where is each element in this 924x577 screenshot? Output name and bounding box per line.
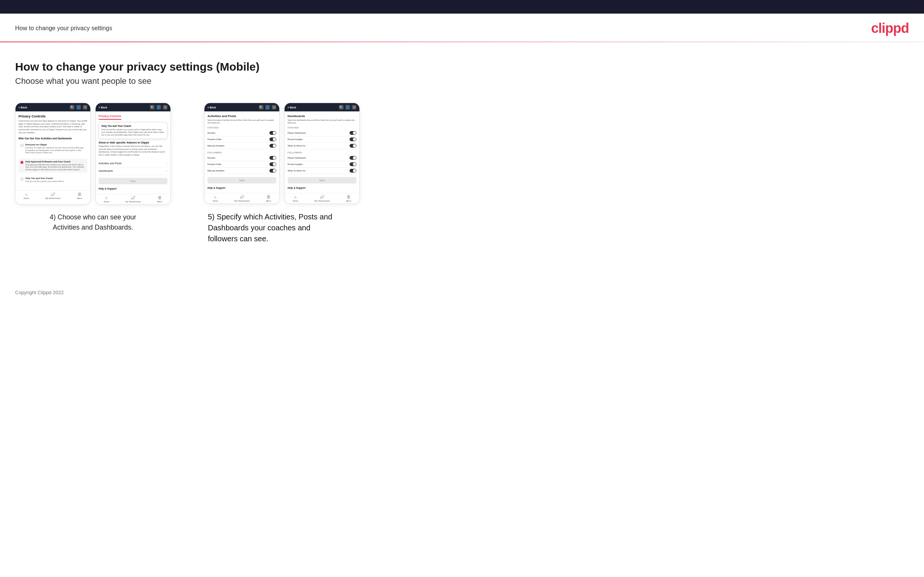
- footer: Copyright Clippd 2022: [0, 282, 924, 303]
- toggle-coaches-practice[interactable]: Practice Drills: [207, 136, 276, 143]
- toggle-coaches-rounds-label: Rounds: [207, 132, 215, 134]
- toggle-dash-followers-player-label: Player Dashboard: [288, 157, 306, 159]
- screen2-back[interactable]: < Back: [99, 106, 107, 109]
- nav-menu-4[interactable]: ☰ Menu: [346, 195, 351, 202]
- settings-icon-4[interactable]: ⚙: [352, 105, 356, 110]
- toggle-coaches-manual-switch[interactable]: [270, 144, 276, 148]
- toggle-dash-followers-work[interactable]: What To Work On: [288, 168, 356, 174]
- search-icon[interactable]: 🔍: [70, 105, 74, 110]
- nav-performance-label-2: My Performance: [126, 200, 141, 203]
- screen2-phone: < Back 🔍 👤 ⚙ Privacy Controls Only You a…: [95, 103, 171, 205]
- screen4-back[interactable]: < Back: [288, 106, 296, 109]
- nav-home-2[interactable]: ⌂ Home: [104, 196, 110, 203]
- radio-only-you[interactable]: Only You and Your Coach Only you and the…: [18, 175, 87, 185]
- screen3-icons: 🔍 👤 ⚙: [259, 105, 276, 110]
- nav-menu-3[interactable]: ☰ Menu: [266, 195, 271, 202]
- radio-everyone-circle: [20, 144, 23, 147]
- toggle-dash-coaches-work[interactable]: What To Work On: [288, 143, 356, 149]
- person-icon-4[interactable]: 👤: [346, 105, 350, 110]
- home-icon-2: ⌂: [105, 196, 108, 200]
- toggle-coaches-rounds-switch[interactable]: [270, 131, 276, 135]
- settings-icon-2[interactable]: ⚙: [163, 105, 167, 110]
- nav-home-3[interactable]: ⌂ Home: [213, 195, 218, 202]
- menu-activities-label: Activities and Posts: [99, 162, 122, 164]
- screen2-body: Privacy Controls Only You and Your Coach…: [95, 111, 170, 194]
- nav-menu-2[interactable]: ☰ Menu: [157, 196, 163, 203]
- toggle-followers-rounds[interactable]: Rounds: [207, 155, 276, 161]
- home-icon: ⌂: [25, 193, 27, 197]
- radio-approved[interactable]: Only Approved Followers and Your Coach O…: [18, 159, 87, 173]
- settings-icon[interactable]: ⚙: [83, 105, 87, 110]
- toggle-followers-practice-switch[interactable]: [270, 162, 276, 166]
- radio-only-you-desc: Only you and the coaches you connect wit…: [25, 180, 64, 183]
- screen4-bottom-nav: ⌂ Home 📈 My Performance ☰ Menu: [284, 193, 359, 203]
- radio-approved-circle: [20, 161, 23, 164]
- screen2-tab[interactable]: Privacy Controls: [99, 114, 121, 120]
- radio-everyone[interactable]: Everyone on Clippd Everyone on Clippd ca…: [18, 142, 87, 156]
- toggle-dash-coaches-player-label: Player Dashboard: [288, 132, 306, 134]
- nav-home-label-2: Home: [104, 200, 110, 203]
- nav-home-4[interactable]: ⌂ Home: [293, 195, 299, 202]
- nav-home-1[interactable]: ⌂ Home: [24, 193, 29, 199]
- menu-activities[interactable]: Activities and Posts ›: [99, 160, 167, 167]
- toggle-dash-coaches-player[interactable]: Player Dashboard: [288, 130, 356, 136]
- toggle-dash-followers-work-switch[interactable]: [350, 169, 356, 172]
- toggle-dash-followers-round[interactable]: Round Insights: [288, 161, 356, 168]
- toggle-followers-manual[interactable]: Manual Activities: [207, 168, 276, 174]
- menu-icon-3: ☰: [267, 195, 270, 199]
- caption-left: 4) Choose who can see your Activities an…: [40, 212, 146, 233]
- help-label-2: Help & Support: [99, 187, 167, 190]
- toggle-dash-followers-player[interactable]: Player Dashboard: [288, 155, 356, 161]
- top-bar: [0, 0, 924, 14]
- radio-only-you-text: Only You and Your Coach Only you and the…: [25, 177, 64, 183]
- nav-menu-label-2: Menu: [157, 200, 163, 203]
- toggle-dash-followers-round-switch[interactable]: [350, 162, 356, 166]
- search-icon-4[interactable]: 🔍: [339, 105, 344, 110]
- coaches-label-3: COACHES: [207, 126, 276, 129]
- nav-performance-4[interactable]: 📈 My Performance: [314, 195, 330, 202]
- help-label-3: Help & Support: [207, 187, 276, 189]
- tooltip-desc: Only you and the coaches you connect wit…: [101, 128, 165, 136]
- toggle-coaches-manual[interactable]: Manual Activities: [207, 143, 276, 149]
- nav-performance-label-3: My Performance: [234, 200, 249, 202]
- search-icon-3[interactable]: 🔍: [259, 105, 263, 110]
- toggle-coaches-practice-switch[interactable]: [270, 137, 276, 141]
- toggle-dash-coaches-round-label: Round Insights: [288, 138, 303, 140]
- toggle-coaches-practice-label: Practice Drills: [207, 138, 221, 140]
- person-icon[interactable]: 👤: [76, 105, 81, 110]
- toggle-dash-coaches-work-switch[interactable]: [350, 144, 356, 148]
- search-icon-2[interactable]: 🔍: [150, 105, 155, 110]
- followers-label-3: FOLLOWERS: [207, 152, 276, 154]
- toggle-dash-followers-player-switch[interactable]: [350, 156, 356, 160]
- screen1-phone: < Back 🔍 👤 ⚙ Privacy Controls Control ho…: [15, 103, 91, 205]
- toggle-dash-coaches-player-switch[interactable]: [350, 131, 356, 135]
- radio-only-you-label: Only You and Your Coach: [25, 177, 64, 179]
- save-btn-4[interactable]: Save: [288, 177, 356, 184]
- toggle-followers-rounds-switch[interactable]: [270, 156, 276, 160]
- save-btn-3[interactable]: Save: [207, 177, 276, 184]
- nav-performance-2[interactable]: 📈 My Performance: [126, 196, 141, 203]
- person-icon-3[interactable]: 👤: [265, 105, 270, 110]
- nav-performance-3[interactable]: 📈 My Performance: [234, 195, 249, 202]
- menu-dashboards[interactable]: Dashboards ›: [99, 167, 167, 175]
- show-hide-title: Show or hide specific features in Clippd: [99, 141, 167, 144]
- nav-performance-label-1: My Performance: [45, 197, 60, 199]
- settings-icon-3[interactable]: ⚙: [272, 105, 276, 110]
- save-btn-2[interactable]: Save: [99, 178, 167, 184]
- toggle-followers-practice[interactable]: Practice Drills: [207, 161, 276, 168]
- screen3-back[interactable]: < Back: [207, 106, 216, 109]
- activities-title: Activities and Posts: [207, 114, 276, 118]
- person-icon-2[interactable]: 👤: [157, 105, 161, 110]
- toggle-followers-rounds-label: Rounds: [207, 157, 215, 159]
- toggle-dash-coaches-round[interactable]: Round Insights: [288, 136, 356, 143]
- radio-everyone-text: Everyone on Clippd Everyone on Clippd ca…: [25, 143, 86, 154]
- left-section: < Back 🔍 👤 ⚙ Privacy Controls Control ho…: [15, 103, 171, 233]
- nav-menu-1[interactable]: ☰ Menu: [77, 193, 82, 199]
- privacy-tooltip: Only You and Your Coach Only you and the…: [99, 122, 167, 139]
- toggle-coaches-rounds[interactable]: Rounds: [207, 130, 276, 136]
- toggle-followers-manual-switch[interactable]: [270, 169, 276, 172]
- toggle-dash-followers-work-label: What To Work On: [288, 169, 305, 172]
- toggle-dash-coaches-round-switch[interactable]: [350, 137, 356, 141]
- screen1-back[interactable]: < Back: [18, 106, 27, 109]
- nav-performance-1[interactable]: 📈 My Performance: [45, 193, 60, 199]
